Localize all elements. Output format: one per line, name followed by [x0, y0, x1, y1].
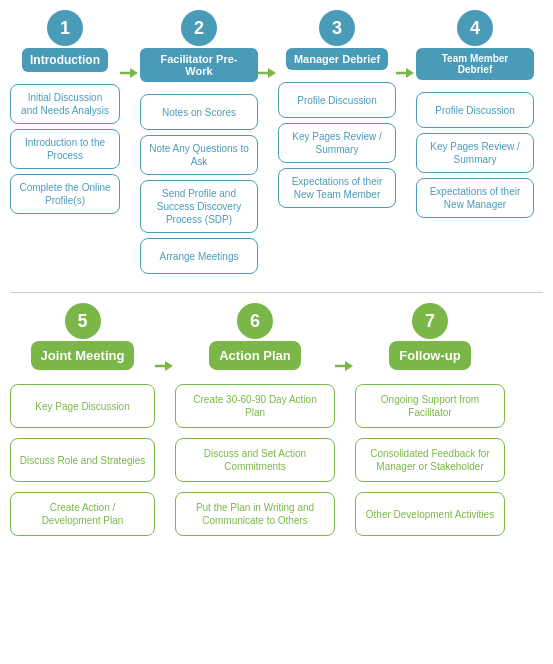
step5-sub1: Key Page Discussion	[10, 384, 155, 428]
step3-header: 3 Manager Debrief	[286, 10, 388, 76]
step3-sub3: Expectations of their New Team Member	[278, 168, 396, 208]
step4-sub2: Key Pages Review / Summary	[416, 133, 534, 173]
step2-group: 2 Facilitator Pre-Work Notes on Scores N…	[140, 10, 258, 274]
step5-header: 5 Joint Meeting	[31, 303, 135, 378]
step2-bubble: 2	[181, 10, 217, 46]
step5-bubble: 5	[65, 303, 101, 339]
process-diagram: 1 Introduction Initial Discussion and Ne…	[10, 10, 543, 541]
step2-number: 2	[194, 19, 204, 37]
step4-title: Team Member Debrief	[416, 48, 534, 80]
step6-number: 6	[250, 312, 260, 330]
step1-number: 1	[60, 19, 70, 37]
step6-bubble: 6	[237, 303, 273, 339]
step6-group: 6 Action Plan Create 30-60-90 Day Action…	[175, 303, 335, 541]
step3-sub1: Profile Discussion	[278, 82, 396, 118]
step7-sub3: Other Development Activities	[355, 492, 505, 536]
step6-sub1: Create 30-60-90 Day Action Plan	[175, 384, 335, 428]
step3-title: Manager Debrief	[286, 48, 388, 70]
section-divider	[10, 292, 543, 293]
step2-header: 2 Facilitator Pre-Work	[140, 10, 258, 88]
arrow-6-7	[335, 303, 355, 374]
step2-sub2: Note Any Questions to Ask	[140, 135, 258, 175]
step4-number: 4	[470, 19, 480, 37]
step1-sub3: Complete the Online Profile(s)	[10, 174, 120, 214]
step1-subitems: Initial Discussion and Needs Analysis In…	[10, 84, 120, 214]
step1-bubble: 1	[47, 10, 83, 46]
top-row: 1 Introduction Initial Discussion and Ne…	[10, 10, 543, 274]
arrow-2-3	[258, 10, 278, 81]
step6-sub2: Discuss and Set Action Commitments	[175, 438, 335, 482]
step4-header: 4 Team Member Debrief	[416, 10, 534, 86]
step3-group: 3 Manager Debrief Profile Discussion Key…	[278, 10, 396, 208]
arrow-1-2	[120, 10, 140, 81]
step5-number: 5	[77, 312, 87, 330]
step5-sub3: Create Action / Development Plan	[10, 492, 155, 536]
step4-group: 4 Team Member Debrief Profile Discussion…	[416, 10, 534, 218]
step7-group: 7 Follow-up Ongoing Support from Facilit…	[355, 303, 505, 541]
step7-title: Follow-up	[389, 341, 470, 370]
step1-title: Introduction	[22, 48, 108, 72]
step4-sub3: Expectations of their New Manager	[416, 178, 534, 218]
step1-sub1: Initial Discussion and Needs Analysis	[10, 84, 120, 124]
step5-group: 5 Joint Meeting Key Page Discussion Disc…	[10, 303, 155, 541]
step7-sub2: Consolidated Feedback for Manager or Sta…	[355, 438, 505, 482]
arrow-5-6	[155, 303, 175, 374]
step7-number: 7	[425, 312, 435, 330]
step6-title: Action Plan	[209, 341, 301, 370]
arrow-3-4	[396, 10, 416, 81]
step3-subitems: Profile Discussion Key Pages Review / Su…	[278, 82, 396, 208]
step5-subitems: Key Page Discussion Discuss Role and Str…	[10, 384, 155, 541]
step1-group: 1 Introduction Initial Discussion and Ne…	[10, 10, 120, 214]
step3-sub2: Key Pages Review / Summary	[278, 123, 396, 163]
step5-sub2: Discuss Role and Strategies	[10, 438, 155, 482]
step2-title: Facilitator Pre-Work	[140, 48, 258, 82]
step5-title: Joint Meeting	[31, 341, 135, 370]
step1-header: 1 Introduction	[22, 10, 108, 78]
step6-sub3: Put the Plan in Writing and Communicate …	[175, 492, 335, 536]
step4-bubble: 4	[457, 10, 493, 46]
step7-bubble: 7	[412, 303, 448, 339]
step6-subitems: Create 30-60-90 Day Action Plan Discuss …	[175, 384, 335, 541]
step4-sub1: Profile Discussion	[416, 92, 534, 128]
step2-subitems: Notes on Scores Note Any Questions to As…	[140, 94, 258, 274]
step2-sub1: Notes on Scores	[140, 94, 258, 130]
bottom-row: 5 Joint Meeting Key Page Discussion Disc…	[10, 303, 543, 541]
step7-sub1: Ongoing Support from Facilitator	[355, 384, 505, 428]
step2-sub3: Send Profile and Success Discovery Proce…	[140, 180, 258, 233]
step4-subitems: Profile Discussion Key Pages Review / Su…	[416, 92, 534, 218]
step7-header: 7 Follow-up	[389, 303, 470, 378]
step2-sub4: Arrange Meetings	[140, 238, 258, 274]
step1-sub2: Introduction to the Process	[10, 129, 120, 169]
step3-number: 3	[332, 19, 342, 37]
step7-subitems: Ongoing Support from Facilitator Consoli…	[355, 384, 505, 541]
step3-bubble: 3	[319, 10, 355, 46]
step6-header: 6 Action Plan	[209, 303, 301, 378]
